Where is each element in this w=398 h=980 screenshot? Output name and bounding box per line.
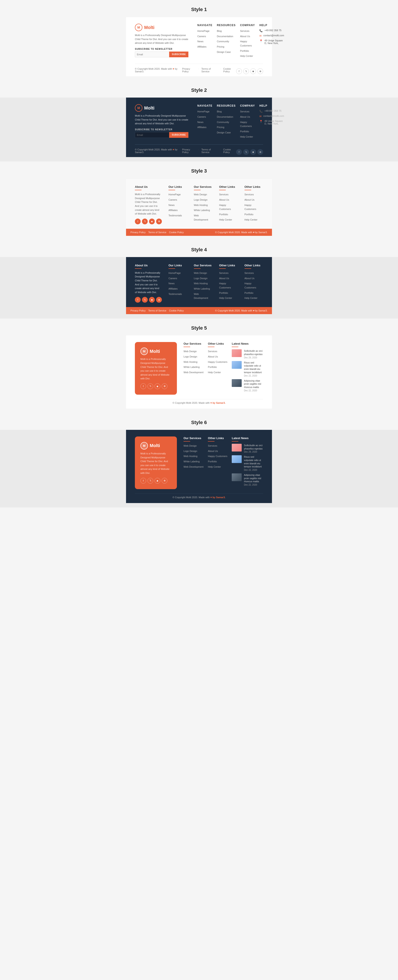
subscribe-button[interactable]: SUBSCRIBE [169,51,189,57]
co-happy[interactable]: Happy Customers [240,40,255,48]
nav-homepage[interactable]: HomePage [197,29,212,33]
os6-logodesign[interactable]: Logo Design [184,449,203,453]
ol3-testimonials[interactable]: Testimonials [168,213,187,218]
facebook-icon4[interactable]: f [135,297,141,302]
twitter-icon4[interactable]: 𝕏 [142,297,148,302]
nav-careers[interactable]: Careers [197,34,212,38]
ol4-affiliates[interactable]: Affiliates [168,287,187,291]
olt6-services[interactable]: Services [208,444,227,448]
os4-webdev[interactable]: Web Development [194,292,213,300]
subscribe-button2[interactable]: SUBSCRIBE [169,132,189,138]
os3-webhosting[interactable]: Web Hosting [194,203,213,207]
pinterest-icon6[interactable]: ⊕ [162,478,167,484]
os3-whitelabeling[interactable]: White Labeling [194,208,213,212]
twitter-icon[interactable]: 𝕏 [243,68,249,74]
pinterest-icon2[interactable]: ⊕ [257,149,263,155]
co2-portfolio[interactable]: Portfolio [240,129,255,134]
os5-webdesign[interactable]: Web Design [184,349,203,353]
ol4-homepage[interactable]: HomePage [168,271,187,275]
pinterest-icon5[interactable]: ⊕ [162,383,167,389]
instagram-icon5[interactable]: ☻ [155,383,160,389]
olt4a-portfolio[interactable]: Portfolio [219,291,238,295]
os6-whitelabeling[interactable]: White Labeling [184,460,203,464]
os5-webhosting[interactable]: Web Hosting [184,360,203,364]
res2-blog[interactable]: Blog [217,110,236,114]
olt4a-services[interactable]: Services [219,271,238,275]
ol4-news[interactable]: News [168,282,187,286]
cookie-link2[interactable]: Cookie Policy [223,148,236,154]
instagram-icon2[interactable]: ☻ [250,149,256,155]
email-input2[interactable] [135,132,169,138]
olt5-happy[interactable]: Happy Customers [208,360,227,364]
olt3b-happy[interactable]: Happy Customers [244,203,263,211]
privacy-link1[interactable]: Privacy Policy [182,67,195,73]
olt4a-help[interactable]: Help Center [219,296,238,300]
twitter-icon5[interactable]: 𝕏 [147,383,153,389]
co2-services[interactable]: Services [240,110,255,114]
olt4b-about[interactable]: About Us [244,276,263,280]
olt3a-help[interactable]: Help Center [219,218,238,222]
olt3b-help[interactable]: Help Center [244,218,263,222]
instagram-icon3[interactable]: ☻ [149,219,155,224]
os4-whitelabeling[interactable]: White Labeling [194,287,213,291]
nav-affiliates[interactable]: Affiliates [197,45,212,49]
olt4b-help[interactable]: Help Center [244,296,263,300]
res2-docs[interactable]: Documentation [217,115,236,119]
nav-news[interactable]: News [197,40,212,44]
facebook-icon5[interactable]: f [140,383,146,389]
ol3-homepage[interactable]: HomePage [168,192,187,197]
res2-design[interactable]: Design Case [217,130,236,135]
ol3-affiliates[interactable]: Affiliates [168,208,187,212]
olt4a-about[interactable]: About Us [219,276,238,280]
olt3a-portfolio[interactable]: Portfolio [219,212,238,216]
os4-webdesign[interactable]: Web Design [194,271,213,275]
facebook-icon6[interactable]: f [140,478,146,484]
olt3a-about[interactable]: About Us [219,198,238,202]
olt3b-about[interactable]: About Us [244,198,263,202]
pinterest-icon3[interactable]: ⊕ [156,219,162,224]
co-services[interactable]: Services [240,29,255,33]
nav2-affiliates[interactable]: Affiliates [197,125,212,129]
olt5-help[interactable]: Help Center [208,370,227,374]
olt6-portfolio[interactable]: Portfolio [208,460,227,464]
olt4b-portfolio[interactable]: Portfolio [244,291,263,295]
os3-logodesign[interactable]: Logo Design [194,198,213,202]
os3-webdev[interactable]: Web Development [194,213,213,222]
facebook-icon3[interactable]: f [135,219,141,224]
bar-privacy3[interactable]: Privacy Policy [130,231,146,234]
olt4b-happy[interactable]: Happy Customers [244,282,263,290]
privacy-link2[interactable]: Privacy Policy [182,148,195,154]
bar-terms3[interactable]: Terms of Service [148,231,166,234]
co2-happy[interactable]: Happy Customers [240,120,255,128]
twitter-icon6[interactable]: 𝕏 [147,478,153,484]
nav2-careers[interactable]: Careers [197,115,212,119]
co-portfolio[interactable]: Portfolio [240,49,255,53]
res-pricing[interactable]: Pricing [217,45,236,49]
res2-pricing[interactable]: Pricing [217,125,236,129]
twitter-icon3[interactable]: 𝕏 [142,219,148,224]
res-docs[interactable]: Documentation [217,34,236,38]
os5-webdev[interactable]: Web Development [184,370,203,374]
olt4a-happy[interactable]: Happy Customers [219,282,238,290]
res-design[interactable]: Design Case [217,50,236,54]
cookie-link1[interactable]: Cookie Policy [223,67,236,73]
olt4b-services[interactable]: Services [244,271,263,275]
res-blog[interactable]: Blog [217,29,236,33]
olt5-about[interactable]: About Us [208,355,227,359]
facebook-icon2[interactable]: f [236,149,242,155]
ol4-careers[interactable]: Careers [168,276,187,280]
co-about[interactable]: About Us [240,34,255,38]
instagram-icon6[interactable]: ☻ [155,478,160,484]
terms-link1[interactable]: Terms of Service [201,67,217,73]
olt3b-services[interactable]: Services [244,192,263,197]
res2-community[interactable]: Community [217,120,236,124]
co-help[interactable]: Help Center [240,54,255,58]
ol3-careers[interactable]: Careers [168,198,187,202]
pinterest-icon[interactable]: ⊕ [257,68,263,74]
ol3-news[interactable]: News [168,203,187,207]
facebook-icon[interactable]: f [236,68,242,74]
co2-help[interactable]: Help Center [240,135,255,139]
ol4-testimonials[interactable]: Testimonials [168,292,187,296]
nav2-news[interactable]: News [197,120,212,124]
pinterest-icon4[interactable]: ⊕ [156,297,162,302]
